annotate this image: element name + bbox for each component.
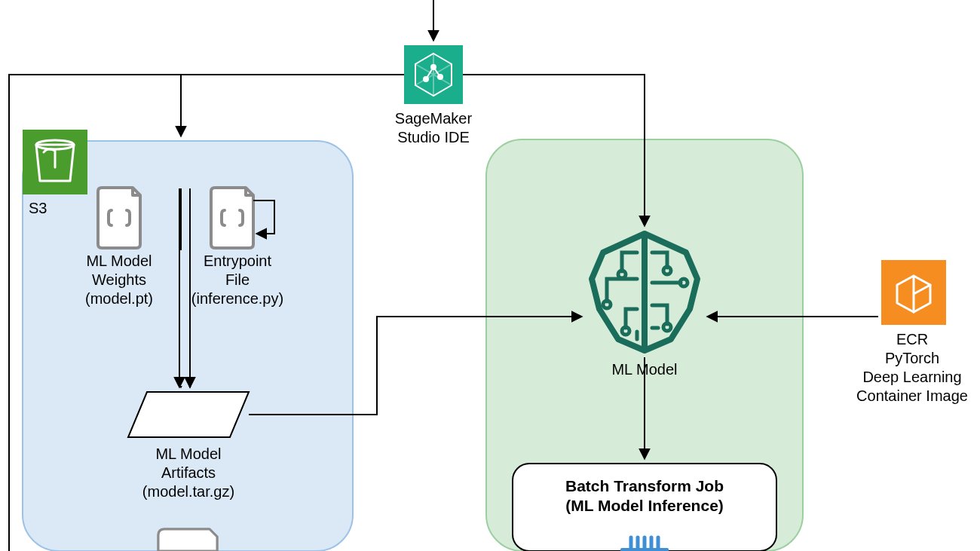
s3-label: S3 [29,199,74,218]
entrypoint-file-icon [211,188,253,248]
svg-rect-19 [620,548,669,551]
model-weights-label: ML Model Weights (model.pt) [74,252,164,308]
artifacts-label: ML Model Artifacts (model.tar.gz) [124,445,253,501]
sagemaker-label: SageMaker Studio IDE [362,109,505,147]
model-weights-file-icon [98,188,140,248]
ecr-icon [881,260,946,325]
artifacts-shape [128,392,249,437]
s3-bucket-icon [23,130,87,194]
batch-job-label: Batch Transform Job (ML Model Inference) [531,476,758,516]
entrypoint-label: Entrypoint File (inference.py) [188,252,286,308]
ml-model-label: ML Model [596,360,694,379]
ecr-label: ECR PyTorch Deep Learning Container Imag… [833,330,980,406]
sagemaker-icon [404,45,463,104]
